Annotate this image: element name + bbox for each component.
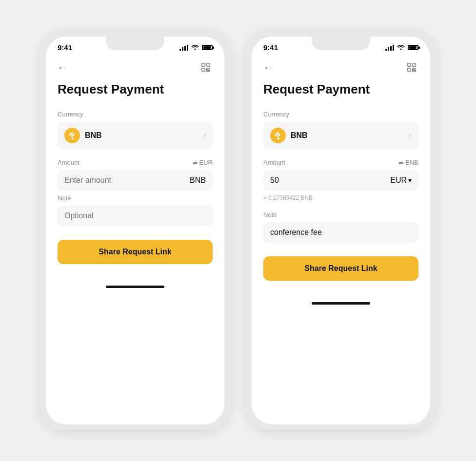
- notch-2: [312, 37, 370, 50]
- amount-input-wrap-2: EUR ▾: [263, 170, 418, 191]
- status-icons-1: [179, 44, 213, 51]
- svg-rect-11: [415, 68, 416, 69]
- currency-label-2: Currency: [263, 111, 418, 118]
- note-input-wrap-1: [58, 206, 213, 226]
- svg-rect-13: [415, 70, 416, 71]
- nav-row-1: ←: [58, 60, 213, 74]
- svg-rect-10: [413, 68, 414, 70]
- note-input-2[interactable]: [270, 228, 412, 237]
- phone-1: 9:41: [40, 31, 230, 430]
- page-title-2: Request Payment: [263, 82, 418, 97]
- svg-rect-1: [207, 63, 210, 66]
- amount-convert-label-2: BNB: [405, 159, 418, 166]
- phone-1-content: ← Request Payment Cu: [46, 55, 224, 280]
- currency-selector-1[interactable]: BNB ›: [58, 122, 213, 149]
- currency-label-1: Currency: [58, 111, 213, 118]
- amount-row-2: Amount ⇌ BNB: [263, 159, 418, 166]
- amount-input-1[interactable]: [64, 176, 190, 185]
- scan-button-2[interactable]: [405, 60, 418, 74]
- scene: 9:41: [0, 11, 476, 450]
- svg-rect-7: [408, 63, 411, 66]
- svg-rect-6: [209, 70, 210, 71]
- share-button-1[interactable]: Share Request Link: [58, 240, 213, 264]
- amount-convert-label-1: EUR: [199, 159, 213, 166]
- amount-row-1: Amount ⇌ EUR: [58, 159, 213, 166]
- phone-1-inner: 9:41: [46, 37, 224, 424]
- back-button-2[interactable]: ←: [263, 62, 273, 73]
- signal-icon-2: [385, 45, 394, 51]
- share-button-2[interactable]: Share Request Link: [263, 256, 418, 281]
- time-2: 9:41: [263, 43, 278, 52]
- amount-convert-2: ⇌ BNB: [398, 159, 418, 166]
- svg-rect-5: [207, 70, 208, 71]
- chevron-right-icon-2: ›: [409, 131, 412, 140]
- svg-rect-9: [408, 68, 411, 71]
- chevron-right-icon-1: ›: [203, 131, 206, 140]
- chevron-down-icon: ▾: [408, 176, 412, 184]
- amount-input-2[interactable]: [270, 176, 390, 185]
- svg-rect-8: [413, 63, 416, 66]
- nav-row-2: ←: [263, 60, 418, 74]
- battery-icon-1: [202, 45, 213, 50]
- page-title-1: Request Payment: [58, 82, 213, 97]
- home-indicator-2: [312, 302, 370, 305]
- status-bar-2: 9:41: [252, 37, 430, 55]
- notch-1: [106, 37, 164, 50]
- note-label-2: Note: [263, 211, 418, 218]
- amount-label-2: Amount: [263, 159, 285, 166]
- phone-2-content: ← Request Payment Cu: [252, 55, 430, 296]
- home-indicator-1: [106, 286, 164, 288]
- svg-rect-4: [209, 68, 210, 69]
- currency-name-2: BNB: [291, 131, 409, 140]
- bnb-icon-2: [270, 128, 286, 143]
- status-icons-2: [385, 44, 418, 51]
- currency-selector-2[interactable]: BNB ›: [263, 122, 418, 149]
- signal-icon-1: [179, 45, 188, 51]
- convert-arrows-icon-2: ⇌: [398, 159, 403, 166]
- bnb-icon-1: [64, 128, 80, 143]
- note-input-wrap-2: [263, 222, 418, 243]
- amount-currency-1: BNB: [190, 176, 206, 185]
- battery-icon-2: [408, 45, 418, 50]
- amount-convert-1: ⇌ EUR: [193, 159, 213, 166]
- svg-rect-2: [202, 68, 205, 71]
- phone-2: 9:41: [246, 31, 436, 430]
- note-input-1[interactable]: [64, 211, 206, 220]
- currency-name-1: BNB: [85, 131, 203, 140]
- phone-2-inner: 9:41: [252, 37, 430, 424]
- status-bar-1: 9:41: [46, 37, 224, 55]
- note-label-1: Note: [58, 194, 213, 202]
- amount-input-wrap-1: BNB: [58, 170, 213, 191]
- wifi-icon-1: [191, 44, 199, 51]
- wifi-icon-2: [397, 44, 405, 51]
- currency-eur-selector[interactable]: EUR ▾: [390, 176, 412, 185]
- convert-arrows-icon-1: ⇌: [193, 159, 198, 166]
- svg-rect-3: [207, 68, 208, 70]
- time-1: 9:41: [58, 43, 72, 52]
- scan-button-1[interactable]: [199, 60, 213, 74]
- converted-value-2: ≈ 0.17369422 BNB: [263, 194, 418, 201]
- back-button-1[interactable]: ←: [58, 62, 67, 73]
- svg-rect-12: [413, 70, 414, 71]
- amount-currency-2: EUR: [390, 176, 407, 185]
- amount-label-1: Amount: [58, 159, 79, 166]
- svg-rect-0: [202, 63, 205, 66]
